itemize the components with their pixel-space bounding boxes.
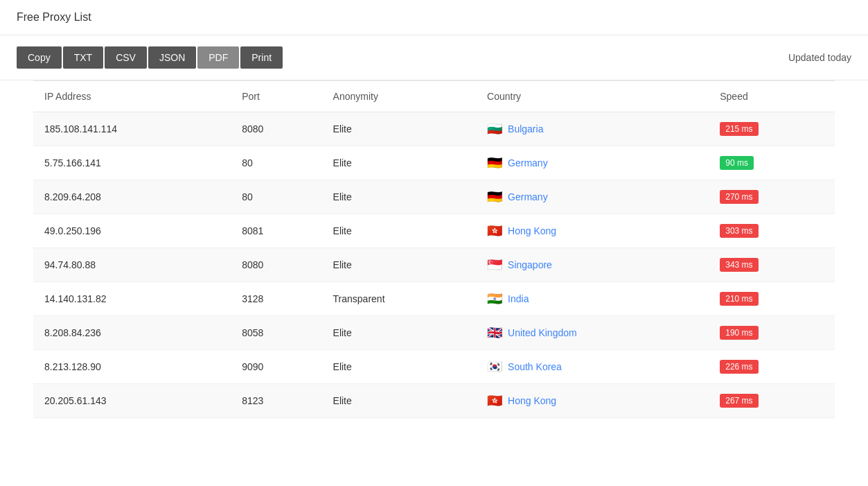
country-name: Hong Kong	[508, 225, 556, 236]
cell-port: 9090	[231, 350, 321, 384]
table-wrapper: IP Address Port Anonymity Country Speed …	[0, 80, 868, 418]
table-row: 8.209.64.208 80 Elite 🇩🇪 Germany 270 ms	[33, 180, 835, 214]
toolbar: Copy TXT CSV JSON PDF Print Updated toda…	[0, 35, 868, 80]
col-anonymity: Anonymity	[322, 81, 477, 112]
cell-country: 🇩🇪 Germany	[476, 180, 709, 214]
speed-badge: 215 ms	[720, 122, 758, 136]
cell-speed: 190 ms	[709, 316, 835, 350]
country-name: Germany	[508, 157, 548, 168]
export-btn-group: Copy TXT CSV JSON PDF Print	[17, 46, 283, 69]
speed-badge: 210 ms	[720, 292, 758, 306]
cell-anonymity: Elite	[322, 248, 477, 282]
country-name: Germany	[508, 191, 548, 202]
flag-icon: 🇩🇪	[487, 157, 502, 169]
cell-anonymity: Elite	[322, 384, 477, 418]
cell-port: 80	[231, 146, 321, 180]
country-name: South Korea	[508, 361, 562, 372]
cell-speed: 303 ms	[709, 214, 835, 248]
pdf-button[interactable]: PDF	[197, 46, 239, 69]
flag-icon: 🇸🇬	[487, 259, 502, 271]
col-speed: Speed	[709, 81, 835, 112]
cell-country: 🇬🇧 United Kingdom	[476, 316, 709, 350]
table-row: 8.208.84.236 8058 Elite 🇬🇧 United Kingdo…	[33, 316, 835, 350]
country-name: India	[508, 293, 529, 304]
flag-icon: 🇮🇳	[487, 293, 502, 305]
col-country: Country	[476, 81, 709, 112]
cell-speed: 226 ms	[709, 350, 835, 384]
cell-ip: 49.0.250.196	[33, 214, 231, 248]
flag-icon: 🇭🇰	[487, 394, 502, 407]
cell-speed: 343 ms	[709, 248, 835, 282]
cell-anonymity: Transparent	[322, 282, 477, 316]
cell-port: 3128	[231, 282, 321, 316]
cell-anonymity: Elite	[322, 146, 477, 180]
cell-ip: 20.205.61.143	[33, 384, 231, 418]
cell-anonymity: Elite	[322, 214, 477, 248]
cell-ip: 8.209.64.208	[33, 180, 231, 214]
table-row: 14.140.131.82 3128 Transparent 🇮🇳 India …	[33, 282, 835, 316]
cell-country: 🇭🇰 Hong Kong	[476, 384, 709, 418]
speed-badge: 226 ms	[720, 360, 758, 374]
txt-button[interactable]: TXT	[63, 46, 103, 69]
speed-badge: 190 ms	[720, 326, 758, 340]
table-row: 49.0.250.196 8081 Elite 🇭🇰 Hong Kong 303…	[33, 214, 835, 248]
speed-badge: 303 ms	[720, 224, 758, 238]
cell-port: 8080	[231, 112, 321, 146]
cell-country: 🇰🇷 South Korea	[476, 350, 709, 384]
flag-icon: 🇩🇪	[487, 191, 502, 203]
speed-badge: 90 ms	[720, 156, 754, 170]
table-row: 5.75.166.141 80 Elite 🇩🇪 Germany 90 ms	[33, 146, 835, 180]
print-button[interactable]: Print	[240, 46, 283, 69]
flag-icon: 🇧🇬	[487, 123, 502, 135]
cell-anonymity: Elite	[322, 112, 477, 146]
col-ip: IP Address	[33, 81, 231, 112]
flag-icon: 🇬🇧	[487, 327, 502, 339]
flag-icon: 🇰🇷	[487, 361, 502, 373]
cell-port: 80	[231, 180, 321, 214]
cell-speed: 210 ms	[709, 282, 835, 316]
cell-ip: 185.108.141.114	[33, 112, 231, 146]
page-header: Free Proxy List	[0, 0, 868, 35]
cell-speed: 267 ms	[709, 384, 835, 418]
cell-country: 🇭🇰 Hong Kong	[476, 214, 709, 248]
page-title: Free Proxy List	[17, 11, 851, 24]
table-row: 94.74.80.88 8080 Elite 🇸🇬 Singapore 343 …	[33, 248, 835, 282]
updated-text: Updated today	[788, 52, 851, 63]
cell-ip: 14.140.131.82	[33, 282, 231, 316]
cell-port: 8081	[231, 214, 321, 248]
cell-port: 8123	[231, 384, 321, 418]
proxy-table: IP Address Port Anonymity Country Speed …	[33, 80, 835, 418]
cell-speed: 90 ms	[709, 146, 835, 180]
cell-ip: 5.75.166.141	[33, 146, 231, 180]
cell-ip: 94.74.80.88	[33, 248, 231, 282]
cell-port: 8058	[231, 316, 321, 350]
cell-port: 8080	[231, 248, 321, 282]
cell-anonymity: Elite	[322, 350, 477, 384]
cell-country: 🇩🇪 Germany	[476, 146, 709, 180]
speed-badge: 343 ms	[720, 258, 758, 272]
cell-ip: 8.213.128.90	[33, 350, 231, 384]
country-name: Bulgaria	[508, 123, 543, 134]
cell-anonymity: Elite	[322, 316, 477, 350]
cell-anonymity: Elite	[322, 180, 477, 214]
page-container: Free Proxy List Copy TXT CSV JSON PDF Pr…	[0, 0, 868, 418]
cell-ip: 8.208.84.236	[33, 316, 231, 350]
cell-country: 🇧🇬 Bulgaria	[476, 112, 709, 146]
cell-speed: 215 ms	[709, 112, 835, 146]
cell-country: 🇮🇳 India	[476, 282, 709, 316]
col-port: Port	[231, 81, 321, 112]
cell-speed: 270 ms	[709, 180, 835, 214]
json-button[interactable]: JSON	[148, 46, 196, 69]
country-name: United Kingdom	[508, 327, 577, 338]
country-name: Singapore	[508, 259, 552, 270]
table-header: IP Address Port Anonymity Country Speed	[33, 81, 835, 112]
copy-button[interactable]: Copy	[17, 46, 62, 69]
cell-country: 🇸🇬 Singapore	[476, 248, 709, 282]
table-row: 20.205.61.143 8123 Elite 🇭🇰 Hong Kong 26…	[33, 384, 835, 418]
table-row: 8.213.128.90 9090 Elite 🇰🇷 South Korea 2…	[33, 350, 835, 384]
csv-button[interactable]: CSV	[105, 46, 147, 69]
table-body: 185.108.141.114 8080 Elite 🇧🇬 Bulgaria 2…	[33, 112, 835, 418]
country-name: Hong Kong	[508, 395, 556, 406]
flag-icon: 🇭🇰	[487, 225, 502, 237]
speed-badge: 267 ms	[720, 394, 758, 408]
